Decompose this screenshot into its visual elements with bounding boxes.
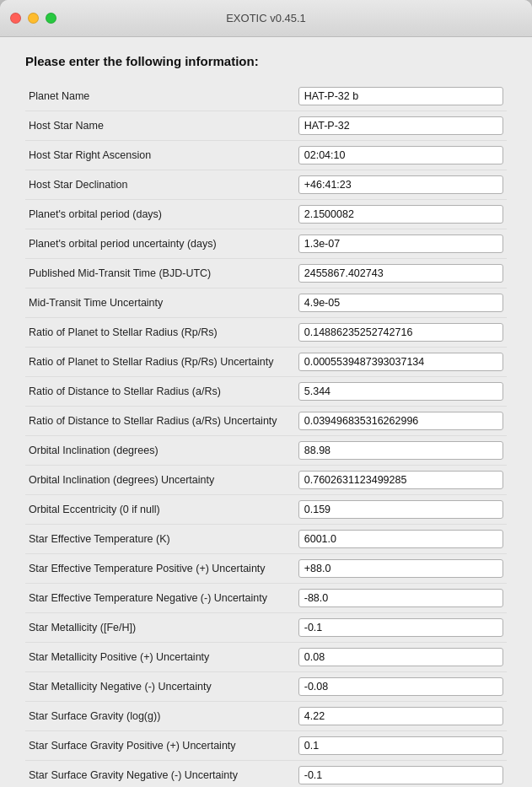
field-input[interactable]: [298, 500, 503, 519]
table-row: Ratio of Distance to Stellar Radius (a/R…: [25, 407, 507, 436]
field-input[interactable]: [298, 146, 503, 164]
field-input[interactable]: [298, 441, 503, 460]
app-window: EXOTIC v0.45.1 Please enter the followin…: [0, 0, 532, 787]
table-row: Published Mid-Transit Time (BJD-UTC): [25, 259, 507, 288]
table-row: Star Surface Gravity Positive (+) Uncert…: [25, 731, 507, 761]
form-table: Planet NameHost Star NameHost Star Right…: [25, 82, 507, 787]
field-label: Star Effective Temperature Positive (+) …: [25, 554, 295, 584]
table-row: Star Surface Gravity (log(g)): [25, 702, 507, 731]
field-input-cell: [295, 348, 507, 377]
field-input[interactable]: [298, 116, 503, 135]
field-label: Star Surface Gravity (log(g)): [25, 702, 295, 731]
field-input-cell: [295, 672, 507, 702]
table-row: Orbital Inclination (degrees): [25, 436, 507, 466]
field-input-cell: [295, 613, 507, 643]
field-input[interactable]: [298, 736, 503, 755]
field-input-cell: [295, 554, 507, 584]
field-input-cell: [295, 702, 507, 731]
table-row: Star Metallicity Negative (-) Uncertaint…: [25, 672, 507, 702]
table-row: Ratio of Distance to Stellar Radius (a/R…: [25, 377, 507, 407]
field-label: Orbital Inclination (degrees): [25, 436, 295, 466]
field-input[interactable]: [298, 234, 503, 253]
table-row: Planet's orbital period (days): [25, 200, 507, 229]
field-input[interactable]: [298, 559, 503, 578]
field-input[interactable]: [298, 589, 503, 607]
field-input-cell: [295, 584, 507, 613]
field-input[interactable]: [298, 264, 503, 283]
field-label: Star Effective Temperature Negative (-) …: [25, 584, 295, 613]
field-label: Host Star Name: [25, 111, 295, 141]
field-input[interactable]: [298, 175, 503, 194]
field-label: Ratio of Distance to Stellar Radius (a/R…: [25, 407, 295, 436]
field-input[interactable]: [298, 530, 503, 548]
table-row: Star Effective Temperature Negative (-) …: [25, 584, 507, 613]
field-label: Star Surface Gravity Negative (-) Uncert…: [25, 761, 295, 788]
table-row: Orbital Eccentricity (0 if null): [25, 495, 507, 525]
field-input-cell: [295, 318, 507, 348]
table-row: Host Star Declination: [25, 170, 507, 200]
field-input[interactable]: [298, 294, 503, 312]
field-input[interactable]: [298, 412, 503, 430]
field-input-cell: [295, 643, 507, 672]
table-row: Planet Name: [25, 82, 507, 111]
field-label: Ratio of Planet to Stellar Radius (Rp/Rs…: [25, 318, 295, 348]
window-controls: [10, 13, 56, 24]
table-row: Star Effective Temperature Positive (+) …: [25, 554, 507, 584]
field-input-cell: [295, 436, 507, 466]
field-input[interactable]: [298, 87, 503, 105]
field-input-cell: [295, 111, 507, 141]
field-label: Ratio of Distance to Stellar Radius (a/R…: [25, 377, 295, 407]
field-input[interactable]: [298, 648, 503, 666]
field-label: Published Mid-Transit Time (BJD-UTC): [25, 259, 295, 288]
titlebar: EXOTIC v0.45.1: [0, 0, 532, 37]
field-input-cell: [295, 731, 507, 761]
window-title: EXOTIC v0.45.1: [226, 12, 306, 24]
table-row: Host Star Right Ascension: [25, 141, 507, 170]
field-label: Star Metallicity ([Fe/H]): [25, 613, 295, 643]
table-row: Planet's orbital period uncertainty (day…: [25, 229, 507, 259]
table-row: Star Metallicity Positive (+) Uncertaint…: [25, 643, 507, 672]
field-label: Host Star Declination: [25, 170, 295, 200]
table-row: Mid-Transit Time Uncertainty: [25, 288, 507, 318]
field-input[interactable]: [298, 323, 503, 342]
table-row: Host Star Name: [25, 111, 507, 141]
field-input-cell: [295, 377, 507, 407]
table-row: Ratio of Planet to Stellar Radius (Rp/Rs…: [25, 348, 507, 377]
table-row: Star Surface Gravity Negative (-) Uncert…: [25, 761, 507, 788]
table-row: Orbital Inclination (degrees) Uncertaint…: [25, 466, 507, 495]
field-input[interactable]: [298, 205, 503, 224]
field-input[interactable]: [298, 353, 503, 371]
field-input[interactable]: [298, 707, 503, 725]
field-input-cell: [295, 525, 507, 554]
field-input[interactable]: [298, 471, 503, 489]
field-input-cell: [295, 259, 507, 288]
field-input-cell: [295, 288, 507, 318]
field-label: Orbital Inclination (degrees) Uncertaint…: [25, 466, 295, 495]
field-input[interactable]: [298, 618, 503, 637]
field-label: Star Surface Gravity Positive (+) Uncert…: [25, 731, 295, 761]
table-row: Star Effective Temperature (K): [25, 525, 507, 554]
field-label: Planet's orbital period (days): [25, 200, 295, 229]
table-row: Ratio of Planet to Stellar Radius (Rp/Rs…: [25, 318, 507, 348]
field-label: Star Metallicity Negative (-) Uncertaint…: [25, 672, 295, 702]
field-label: Star Metallicity Positive (+) Uncertaint…: [25, 643, 295, 672]
field-input-cell: [295, 82, 507, 111]
field-label: Host Star Right Ascension: [25, 141, 295, 170]
field-input-cell: [295, 495, 507, 525]
close-button[interactable]: [10, 13, 21, 24]
page-heading: Please enter the following information:: [25, 54, 507, 68]
minimize-button[interactable]: [28, 13, 39, 24]
field-input-cell: [295, 141, 507, 170]
field-input[interactable]: [298, 677, 503, 696]
field-input-cell: [295, 466, 507, 495]
field-input[interactable]: [298, 382, 503, 401]
field-input-cell: [295, 170, 507, 200]
field-label: Mid-Transit Time Uncertainty: [25, 288, 295, 318]
field-input[interactable]: [298, 766, 503, 784]
field-label: Star Effective Temperature (K): [25, 525, 295, 554]
field-input-cell: [295, 761, 507, 788]
table-row: Star Metallicity ([Fe/H]): [25, 613, 507, 643]
field-label: Ratio of Planet to Stellar Radius (Rp/Rs…: [25, 348, 295, 377]
field-input-cell: [295, 229, 507, 259]
maximize-button[interactable]: [46, 13, 56, 24]
